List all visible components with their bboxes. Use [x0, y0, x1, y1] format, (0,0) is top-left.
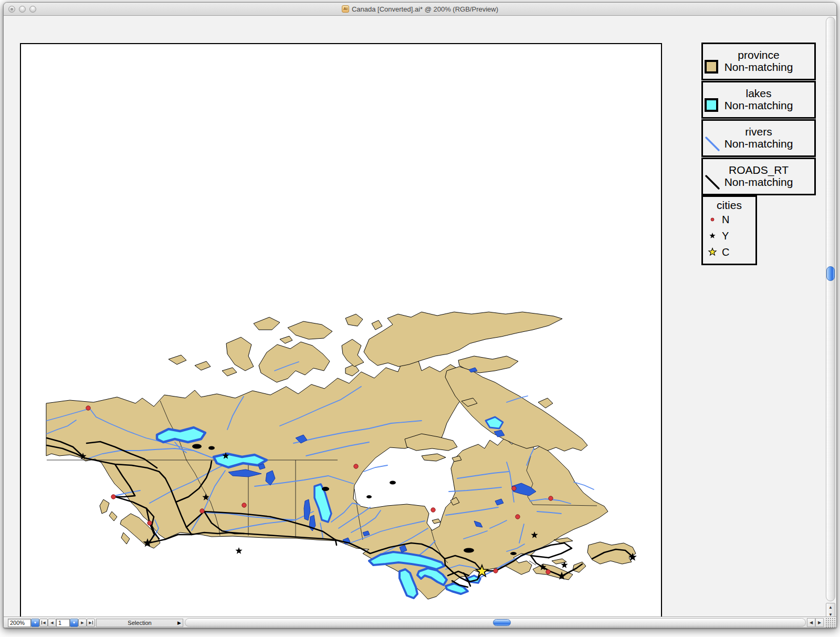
- illustrator-window: Ai Canada [Converted].ai* @ 200% (RGB/Pr…: [3, 2, 837, 628]
- province-swatch: [705, 60, 718, 74]
- horizontal-scroll-arrows: ◀ ▶: [807, 618, 824, 627]
- legend-box-lakes[interactable]: lakes Non-matching: [701, 81, 816, 119]
- scroll-right-icon[interactable]: ▶: [815, 618, 824, 627]
- legend-layer-status: Non-matching: [703, 99, 814, 112]
- artboard-canvas[interactable]: [20, 43, 662, 617]
- title-bar[interactable]: Ai Canada [Converted].ai* @ 200% (RGB/Pr…: [4, 3, 836, 16]
- document-area: province Non-matching lakes Non-matching…: [4, 16, 836, 617]
- status-display[interactable]: Selection ▶: [96, 619, 183, 627]
- cities-title: cities: [703, 199, 755, 212]
- rivers-line-swatch: [704, 134, 722, 153]
- vertical-scrollbar[interactable]: ▲ ▼: [825, 17, 836, 615]
- legend-box-province[interactable]: province Non-matching: [701, 43, 816, 80]
- lakes-swatch: [705, 98, 718, 112]
- legend-layer-status: Non-matching: [703, 61, 814, 74]
- status-bar: 200% ▼ ◀ ◀ 1 ▼ ▶ ▶ Selection ▶ ◀ ▶: [4, 617, 836, 628]
- red-dot-icon: [707, 214, 718, 225]
- black-star-icon: [707, 230, 718, 242]
- screen: Ai Canada [Converted].ai* @ 200% (RGB/Pr…: [0, 0, 840, 637]
- legend-box-rivers[interactable]: rivers Non-matching: [701, 119, 816, 157]
- vertical-scroll-arrows: ▲ ▼: [826, 603, 835, 617]
- zoom-level-field[interactable]: 200%: [8, 619, 31, 627]
- window-title-wrap: Ai Canada [Converted].ai* @ 200% (RGB/Pr…: [4, 5, 836, 13]
- status-display-text: Selection: [97, 620, 183, 626]
- roads-line-swatch: [704, 173, 722, 192]
- status-menu-arrow-icon[interactable]: ▶: [177, 620, 181, 625]
- window-resize-grip[interactable]: [825, 618, 835, 628]
- legend-box-cities[interactable]: cities N Y C: [701, 195, 757, 265]
- scroll-down-icon[interactable]: ▼: [828, 612, 833, 617]
- first-page-button[interactable]: ◀: [39, 619, 48, 627]
- vertical-scrollbar-thumb[interactable]: [826, 266, 835, 281]
- zoom-dropdown-button[interactable]: ▼: [31, 619, 39, 627]
- page-dropdown-button[interactable]: ▼: [70, 619, 78, 627]
- yellow-star-icon: [707, 246, 718, 258]
- ai-file-icon[interactable]: Ai: [342, 5, 349, 13]
- page-number-field[interactable]: 1: [56, 619, 70, 627]
- previous-page-button[interactable]: ◀: [48, 619, 56, 627]
- scroll-left-icon[interactable]: ◀: [807, 618, 815, 627]
- horizontal-scrollbar[interactable]: [185, 618, 806, 627]
- legend-layer-name: province: [703, 49, 814, 61]
- last-page-button[interactable]: ▶: [87, 619, 95, 627]
- next-page-button[interactable]: ▶: [78, 619, 87, 627]
- scroll-up-icon[interactable]: ▲: [828, 605, 833, 610]
- canada-map: [21, 44, 661, 617]
- map-legend: province Non-matching lakes Non-matching…: [701, 43, 816, 265]
- city-class-label: Y: [722, 230, 729, 242]
- horizontal-scrollbar-thumb[interactable]: [493, 619, 511, 626]
- legend-box-roads[interactable]: ROADS_RT Non-matching: [701, 158, 816, 195]
- legend-layer-name: lakes: [703, 87, 814, 99]
- city-class-label: C: [722, 246, 729, 258]
- vertical-scrollbar-track[interactable]: [826, 17, 835, 601]
- city-class-label: N: [722, 214, 729, 226]
- window-title: Canada [Converted].ai* @ 200% (RGB/Previ…: [352, 5, 498, 13]
